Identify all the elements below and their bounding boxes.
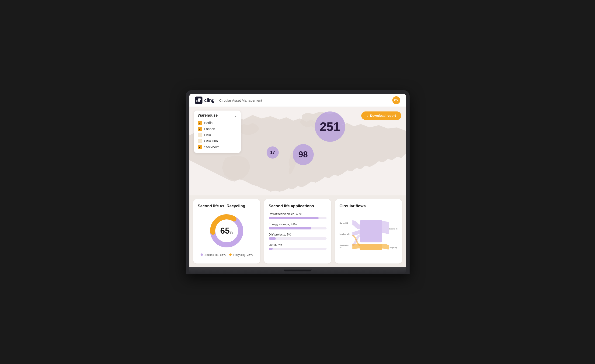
svg-rect-3 [199, 98, 200, 102]
bar-chart: Retrofitted vehicles, 48% Energy storage… [269, 212, 326, 250]
download-label: Download report [370, 114, 396, 118]
warehouse-panel: Warehouse ⌄ ✓ Berlin ✓ London Oslo Oslo … [194, 111, 241, 153]
circular-flows-title: Circular flows [340, 204, 397, 209]
svg-text:c: c [196, 99, 198, 102]
donut-legend: Second life, 65% Recycling, 35% [201, 253, 253, 257]
bar-label-0: Retrofitted vehicles, 48% [269, 212, 326, 216]
legend-dot-orange [229, 253, 232, 256]
bottom-panels: Second life vs. Recycling 65% [189, 196, 406, 267]
second-life-panel: Second life vs. Recycling 65% [193, 199, 260, 264]
warehouse-label-2: Oslo [204, 133, 211, 137]
checkbox-0[interactable]: ✓ [198, 121, 202, 125]
svg-rect-2 [198, 98, 199, 102]
svg-text:Berlin, DE: Berlin, DE [340, 222, 348, 224]
donut-percent: 65 [220, 226, 229, 236]
bar-label-3: Other, 4% [269, 243, 326, 246]
warehouse-label-4: Stockholm [204, 145, 220, 149]
bubble-98: 98 [293, 144, 314, 165]
applications-title: Second life applications [269, 204, 326, 209]
logo-icon: c [195, 97, 202, 104]
download-icon: ↓ [366, 114, 368, 118]
bar-item-1: Energy storage, 41% [269, 223, 326, 230]
svg-rect-15 [360, 244, 382, 250]
svg-text:Recycling: Recycling [389, 247, 397, 249]
warehouse-dropdown[interactable]: Warehouse ⌄ [198, 113, 237, 118]
donut-container: 65% Second life, 65% Recycling, 35% [198, 212, 256, 257]
warehouse-label-0: Berlin [204, 121, 213, 125]
map-area: Warehouse ⌄ ✓ Berlin ✓ London Oslo Oslo … [189, 107, 406, 196]
second-life-title: Second life vs. Recycling [198, 204, 256, 209]
bar-item-2: DIY projects, 7% [269, 233, 326, 240]
warehouse-label-1: London [204, 127, 215, 131]
svg-text:SE: SE [340, 246, 342, 248]
sankey-chart: Berlin, DE London, UK Stockholm, SE Seco… [340, 212, 397, 259]
app-header: c cling Circular Asset Management OV [189, 94, 406, 107]
warehouse-items-list: ✓ Berlin ✓ London Oslo Oslo Hub ✓ Stockh… [198, 120, 237, 150]
svg-text:Stockholm,: Stockholm, [340, 244, 349, 246]
svg-rect-14 [360, 220, 382, 242]
avatar[interactable]: OV [392, 96, 400, 104]
warehouse-item-stockholm[interactable]: ✓ Stockholm [198, 144, 237, 150]
bar-fill-0 [269, 217, 319, 219]
bar-fill-1 [269, 227, 311, 230]
warehouse-item-oslo[interactable]: Oslo [198, 132, 237, 138]
bar-track-1 [269, 227, 326, 230]
circular-flows-panel: Circular flows Berlin, DE London, UK Sto… [335, 199, 402, 264]
download-report-button[interactable]: ↓ Download report [361, 112, 401, 120]
warehouse-item-london[interactable]: ✓ London [198, 126, 237, 132]
applications-panel: Second life applications Retrofitted veh… [264, 199, 331, 264]
bar-label-1: Energy storage, 41% [269, 223, 326, 226]
app-title: Circular Asset Management [219, 98, 262, 102]
logo-text: cling [204, 98, 215, 103]
sankey-svg: Berlin, DE London, UK Stockholm, SE Seco… [340, 212, 397, 259]
warehouse-item-berlin[interactable]: ✓ Berlin [198, 120, 237, 126]
bar-item-0: Retrofitted vehicles, 48% [269, 212, 326, 219]
bar-fill-3 [269, 248, 273, 250]
legend-dot-purple [201, 253, 203, 256]
svg-rect-4 [200, 98, 201, 100]
legend-second-life: Second life, 65% [201, 253, 226, 257]
bar-track-2 [269, 237, 326, 240]
donut-center: 65% [220, 227, 233, 235]
bubble-17: 17 [267, 147, 279, 159]
bar-track-3 [269, 248, 326, 250]
logo: c cling [195, 97, 215, 104]
bubble-251: 251 [315, 112, 345, 142]
checkbox-4[interactable]: ✓ [198, 145, 202, 149]
svg-text:Second life: Second life [389, 228, 397, 230]
legend-recycling: Recycling, 35% [229, 253, 253, 257]
svg-text:London, UK: London, UK [340, 233, 350, 235]
bar-label-2: DIY projects, 7% [269, 233, 326, 236]
warehouse-title: Warehouse [198, 113, 218, 118]
checkbox-2[interactable] [198, 133, 202, 137]
checkbox-3[interactable] [198, 139, 202, 143]
bar-track-0 [269, 217, 326, 219]
chevron-down-icon: ⌄ [234, 113, 237, 117]
warehouse-label-3: Oslo Hub [204, 139, 218, 143]
checkbox-1[interactable]: ✓ [198, 127, 202, 131]
donut-chart: 65% [208, 212, 245, 250]
bar-item-3: Other, 4% [269, 243, 326, 250]
warehouse-item-oslo-hub[interactable]: Oslo Hub [198, 138, 237, 144]
donut-percent-sign: % [229, 230, 233, 234]
bar-fill-2 [269, 237, 276, 240]
